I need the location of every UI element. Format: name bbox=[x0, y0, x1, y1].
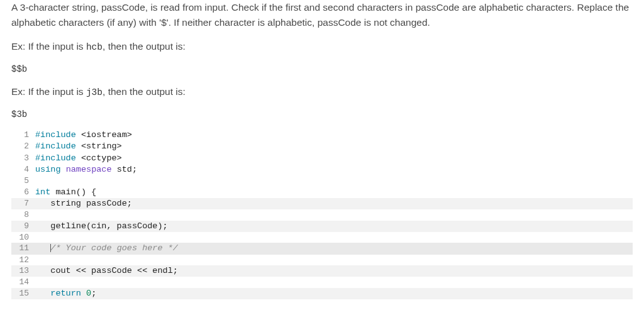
code-token: ; bbox=[91, 289, 96, 298]
code-content[interactable] bbox=[34, 175, 633, 187]
example-1-input: hcb bbox=[86, 42, 103, 52]
code-token: return bbox=[50, 289, 81, 298]
code-token: #include bbox=[35, 141, 76, 151]
code-token bbox=[35, 289, 50, 298]
line-number: 5 bbox=[11, 175, 34, 187]
line-number: 11 bbox=[11, 243, 34, 254]
code-content[interactable]: cout << passCode << endl; bbox=[34, 265, 633, 277]
line-number: 12 bbox=[11, 255, 34, 266]
code-token: int bbox=[35, 187, 50, 197]
code-token: string passCode; bbox=[35, 199, 132, 208]
code-token: main() { bbox=[50, 187, 96, 197]
example-2-label: Ex: If the input is j3b, then the output… bbox=[11, 84, 633, 99]
code-token bbox=[61, 165, 66, 174]
code-content[interactable]: #include <cctype> bbox=[34, 153, 633, 164]
code-token: cout << passCode << endl; bbox=[35, 266, 178, 275]
problem-statement: A 3-character string, passCode, is read … bbox=[11, 0, 633, 121]
example-1-output: $$b bbox=[11, 64, 633, 76]
code-token: 0 bbox=[86, 289, 91, 298]
code-line[interactable]: 15 return 0; bbox=[11, 288, 633, 299]
line-number: 15 bbox=[11, 288, 34, 299]
code-line[interactable]: 5 bbox=[11, 175, 633, 187]
code-line[interactable]: 1#include <iostream> bbox=[11, 130, 633, 141]
code-content[interactable]: string passCode; bbox=[34, 198, 633, 209]
code-line[interactable]: 3#include <cctype> bbox=[11, 153, 633, 164]
code-line[interactable]: 14 bbox=[11, 277, 633, 288]
line-number: 10 bbox=[11, 232, 34, 243]
line-number: 6 bbox=[11, 187, 34, 198]
code-line[interactable]: 2#include <string> bbox=[11, 141, 633, 152]
code-content[interactable]: int main() { bbox=[34, 187, 633, 198]
code-token: std; bbox=[112, 165, 138, 174]
code-token: /* Your code goes here */ bbox=[50, 243, 178, 253]
code-token: <iostream> bbox=[76, 130, 132, 140]
code-line[interactable]: 12 bbox=[11, 255, 633, 266]
line-number: 7 bbox=[11, 198, 34, 209]
line-number: 14 bbox=[11, 277, 34, 288]
code-line[interactable]: 6int main() { bbox=[11, 187, 633, 198]
code-line[interactable]: 10 bbox=[11, 232, 633, 243]
code-content[interactable] bbox=[34, 209, 633, 221]
code-line[interactable]: 11 /* Your code goes here */ bbox=[11, 243, 633, 254]
example-1-label: Ex: If the input is hcb, then the output… bbox=[11, 39, 633, 54]
line-number: 1 bbox=[11, 130, 34, 141]
code-token: getline(cin, passCode); bbox=[35, 221, 168, 231]
problem-description: A 3-character string, passCode, is read … bbox=[11, 0, 633, 30]
line-number: 3 bbox=[11, 153, 34, 164]
code-content[interactable] bbox=[34, 255, 633, 266]
line-number: 8 bbox=[11, 209, 34, 221]
code-line[interactable]: 7 string passCode; bbox=[11, 198, 633, 209]
code-content[interactable] bbox=[34, 232, 633, 243]
code-token: using bbox=[35, 165, 61, 174]
code-content[interactable] bbox=[34, 277, 633, 288]
code-token bbox=[35, 243, 50, 253]
line-number: 13 bbox=[11, 265, 34, 277]
code-line[interactable]: 9 getline(cin, passCode); bbox=[11, 221, 633, 232]
example-2-input: j3b bbox=[86, 87, 103, 97]
code-token bbox=[81, 289, 86, 298]
example-1-suffix: , then the output is: bbox=[103, 41, 186, 52]
code-content[interactable]: return 0; bbox=[34, 288, 633, 299]
code-content[interactable]: /* Your code goes here */ bbox=[34, 243, 633, 254]
code-content[interactable]: #include <string> bbox=[34, 141, 633, 152]
code-token: <cctype> bbox=[76, 153, 122, 163]
example-2-output: $3b bbox=[11, 109, 633, 121]
code-token: <string> bbox=[76, 141, 122, 151]
code-token: namespace bbox=[66, 165, 112, 174]
example-2-suffix: , then the output is: bbox=[103, 86, 186, 97]
code-line[interactable]: 8 bbox=[11, 209, 633, 221]
code-line[interactable]: 13 cout << passCode << endl; bbox=[11, 265, 633, 277]
example-1-prefix: Ex: If the input is bbox=[11, 41, 86, 52]
line-number: 4 bbox=[11, 164, 34, 175]
line-number: 2 bbox=[11, 141, 34, 152]
code-content[interactable]: getline(cin, passCode); bbox=[34, 221, 633, 232]
code-content[interactable]: using namespace std; bbox=[34, 164, 633, 175]
code-token: #include bbox=[35, 130, 76, 140]
code-editor[interactable]: 1#include <iostream>2#include <string>3#… bbox=[11, 130, 633, 299]
code-token: #include bbox=[35, 153, 76, 163]
example-2-prefix: Ex: If the input is bbox=[11, 86, 86, 97]
code-content[interactable]: #include <iostream> bbox=[34, 130, 633, 141]
code-line[interactable]: 4using namespace std; bbox=[11, 164, 633, 175]
line-number: 9 bbox=[11, 221, 34, 232]
